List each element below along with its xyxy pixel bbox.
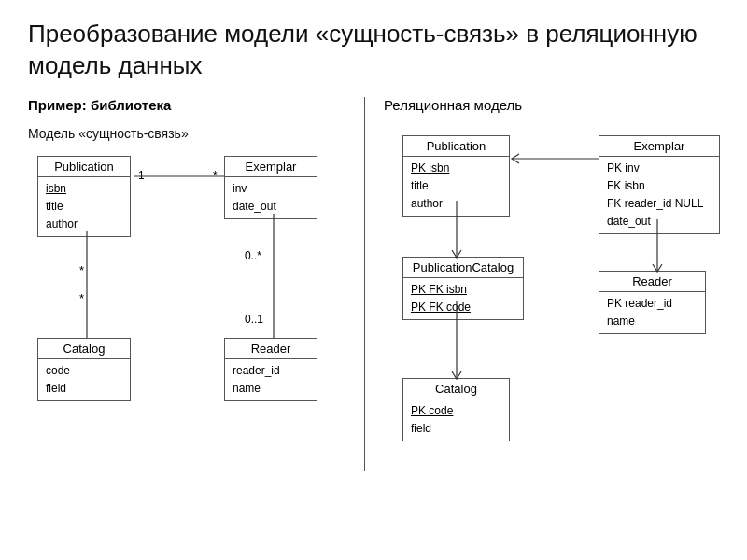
right-heading: Реляционная модель [384, 97, 739, 113]
er-publication-body: isbn title author [38, 177, 130, 237]
rel-pubcatalog-box: PublicationCatalog PK FK isbn PK FK code [402, 257, 524, 320]
er-publication-header: Publication [38, 157, 130, 177]
er-reader-header: Reader [225, 339, 317, 359]
er-mult-star: * [213, 169, 218, 182]
er-star-2: * [79, 291, 84, 305]
rel-diagram: Publication PK isbn title author Exempla… [384, 126, 739, 471]
er-exemplar-body: inv date_out [225, 177, 317, 218]
er-star-1: * [79, 263, 84, 277]
page-title: Преобразование модели «сущность-связь» в… [28, 19, 719, 82]
er-catalog-body: code field [38, 359, 130, 400]
rel-reader-header: Reader [599, 272, 705, 292]
right-column: Реляционная модель Publication PK isbn t… [365, 97, 739, 471]
er-publication-box: Publication isbn title author [37, 156, 131, 238]
er-exemplar-header: Exemplar [225, 157, 317, 177]
er-reader-box: Reader reader_id name [224, 338, 317, 401]
rel-publication-box: Publication PK isbn title author [402, 135, 510, 217]
rel-pubcatalog-body: PK FK isbn PK FK code [403, 278, 523, 319]
er-mult-1: 1 [138, 169, 145, 182]
left-column: Пример: библиотека Модель «сущность-связ… [28, 97, 365, 471]
er-catalog-box: Catalog code field [37, 338, 131, 401]
er-mult-zero-one: 0..1 [245, 313, 263, 326]
rel-exemplar-box: Exemplar PK inv FK isbn FK reader_id NUL… [599, 135, 720, 235]
rel-catalog-body: PK code field [403, 399, 509, 441]
er-mult-zero-many: 0..* [245, 249, 261, 262]
rel-catalog-header: Catalog [403, 379, 509, 399]
rel-catalog-box: Catalog PK code field [402, 378, 510, 441]
er-reader-body: reader_id name [225, 359, 317, 400]
left-heading: Пример: библиотека [28, 97, 345, 113]
rel-pubcatalog-header: PublicationCatalog [403, 258, 523, 278]
er-diagram: Publication isbn title author Exemplar i… [28, 156, 345, 455]
er-exemplar-box: Exemplar inv date_out [224, 156, 317, 219]
er-catalog-header: Catalog [38, 339, 130, 359]
rel-reader-body: PK reader_id name [599, 292, 705, 333]
rel-exemplar-body: PK inv FK isbn FK reader_id NULL date_ou… [599, 157, 719, 234]
rel-publication-body: PK isbn title author [403, 157, 509, 217]
rel-reader-box: Reader PK reader_id name [599, 271, 706, 334]
left-subtitle: Модель «сущность-связь» [28, 126, 345, 141]
rel-exemplar-header: Exemplar [599, 136, 719, 157]
rel-publication-header: Publication [403, 136, 509, 157]
